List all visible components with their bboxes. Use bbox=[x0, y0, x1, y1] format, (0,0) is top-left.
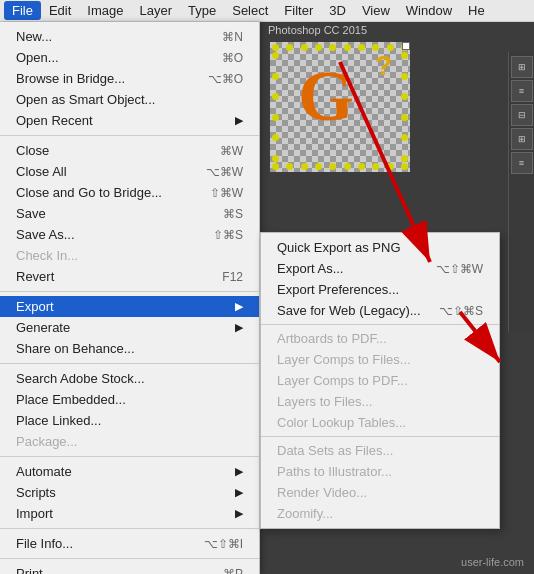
menubar-item-filter[interactable]: Filter bbox=[276, 1, 321, 20]
menu-item-new-shortcut: ⌘N bbox=[222, 30, 243, 44]
menubar-item-3d[interactable]: 3D bbox=[321, 1, 354, 20]
open-recent-arrow-icon: ▶ bbox=[235, 114, 243, 127]
submenu-item-export-as[interactable]: Export As... ⌥⇧⌘W bbox=[261, 258, 499, 279]
menu-item-search-adobe-stock-label: Search Adobe Stock... bbox=[16, 371, 145, 386]
watermark: user-life.com bbox=[461, 556, 524, 568]
tool-btn-1[interactable]: ⊞ bbox=[511, 56, 533, 78]
tool-btn-4[interactable]: ⊞ bbox=[511, 128, 533, 150]
menu-item-scripts[interactable]: Scripts ▶ bbox=[0, 482, 259, 503]
submenu-item-save-for-web[interactable]: Save for Web (Legacy)... ⌥⇧⌘S bbox=[261, 300, 499, 321]
menu-item-close-go-bridge-shortcut: ⇧⌘W bbox=[210, 186, 243, 200]
menu-item-save-as-label: Save As... bbox=[16, 227, 75, 242]
menu-item-file-info-shortcut: ⌥⇧⌘I bbox=[204, 537, 243, 551]
submenu-item-quick-export-png-label: Quick Export as PNG bbox=[277, 240, 401, 255]
submenu-item-data-sets-files: Data Sets as Files... bbox=[261, 440, 499, 461]
submenu-item-data-sets-files-label: Data Sets as Files... bbox=[277, 443, 393, 458]
menu-item-place-embedded-label: Place Embedded... bbox=[16, 392, 126, 407]
canvas-document: G ? bbox=[270, 42, 410, 172]
submenu-item-paths-illustrator: Paths to Illustrator... bbox=[261, 461, 499, 482]
export-arrow-icon: ▶ bbox=[235, 300, 243, 313]
submenu-item-paths-illustrator-label: Paths to Illustrator... bbox=[277, 464, 392, 479]
canvas-letter-g: G bbox=[298, 60, 354, 132]
menu-item-save-as[interactable]: Save As... ⇧⌘S bbox=[0, 224, 259, 245]
submenu-item-zoomify: Zoomify... bbox=[261, 503, 499, 524]
submenu-item-layer-comps-files: Layer Comps to Files... bbox=[261, 349, 499, 370]
submenu-separator-1 bbox=[261, 324, 499, 325]
menubar-item-view[interactable]: View bbox=[354, 1, 398, 20]
generate-arrow-icon: ▶ bbox=[235, 321, 243, 334]
menu-item-package: Package... bbox=[0, 431, 259, 452]
submenu-item-layers-to-files-label: Layers to Files... bbox=[277, 394, 372, 409]
menubar-item-edit[interactable]: Edit bbox=[41, 1, 79, 20]
menu-item-save-shortcut: ⌘S bbox=[223, 207, 243, 221]
submenu-item-artboards-pdf-label: Artboards to PDF... bbox=[277, 331, 387, 346]
main-area: New... ⌘N Open... ⌘O Browse in Bridge...… bbox=[0, 22, 534, 574]
submenu-item-color-lookup-tables: Color Lookup Tables... bbox=[261, 412, 499, 433]
menubar-item-type[interactable]: Type bbox=[180, 1, 224, 20]
menu-item-revert-shortcut: F12 bbox=[222, 270, 243, 284]
menu-item-revert-label: Revert bbox=[16, 269, 54, 284]
menubar-item-layer[interactable]: Layer bbox=[132, 1, 181, 20]
menu-item-open-recent[interactable]: Open Recent ▶ bbox=[0, 110, 259, 131]
tool-btn-3[interactable]: ⊟ bbox=[511, 104, 533, 126]
tool-btn-2[interactable]: ≡ bbox=[511, 80, 533, 102]
menu-item-close-shortcut: ⌘W bbox=[220, 144, 243, 158]
menu-item-export-label: Export bbox=[16, 299, 54, 314]
menu-section-1: New... ⌘N Open... ⌘O Browse in Bridge...… bbox=[0, 22, 259, 136]
menu-section-2: Close ⌘W Close All ⌥⌘W Close and Go to B… bbox=[0, 136, 259, 292]
menubar-item-image[interactable]: Image bbox=[79, 1, 131, 20]
menu-item-close[interactable]: Close ⌘W bbox=[0, 140, 259, 161]
import-arrow-icon: ▶ bbox=[235, 507, 243, 520]
submenu-item-render-video: Render Video... bbox=[261, 482, 499, 503]
menu-item-close-go-bridge[interactable]: Close and Go to Bridge... ⇧⌘W bbox=[0, 182, 259, 203]
submenu-item-export-preferences[interactable]: Export Preferences... bbox=[261, 279, 499, 300]
submenu-item-export-as-label: Export As... bbox=[277, 261, 343, 276]
menu-item-search-adobe-stock[interactable]: Search Adobe Stock... bbox=[0, 368, 259, 389]
submenu-item-save-for-web-label: Save for Web (Legacy)... bbox=[277, 303, 421, 318]
menubar-item-select[interactable]: Select bbox=[224, 1, 276, 20]
submenu-item-export-preferences-label: Export Preferences... bbox=[277, 282, 399, 297]
menu-item-new[interactable]: New... ⌘N bbox=[0, 26, 259, 47]
menu-item-place-embedded[interactable]: Place Embedded... bbox=[0, 389, 259, 410]
submenu-item-export-as-shortcut: ⌥⇧⌘W bbox=[436, 262, 483, 276]
menu-item-browse-bridge-shortcut: ⌥⌘O bbox=[208, 72, 243, 86]
menu-item-open-smart-object[interactable]: Open as Smart Object... bbox=[0, 89, 259, 110]
menu-item-check-in: Check In... bbox=[0, 245, 259, 266]
canvas-question-mark: ? bbox=[375, 50, 392, 82]
tool-btn-5[interactable]: ≡ bbox=[511, 152, 533, 174]
menu-section-6: File Info... ⌥⇧⌘I bbox=[0, 529, 259, 559]
menu-item-save[interactable]: Save ⌘S bbox=[0, 203, 259, 224]
menu-item-automate[interactable]: Automate ▶ bbox=[0, 461, 259, 482]
export-submenu: Quick Export as PNG Export As... ⌥⇧⌘W Ex… bbox=[260, 232, 500, 529]
menu-item-close-all[interactable]: Close All ⌥⌘W bbox=[0, 161, 259, 182]
menu-item-print-label: Print... bbox=[16, 566, 54, 574]
menu-item-import-label: Import bbox=[16, 506, 53, 521]
submenu-item-zoomify-label: Zoomify... bbox=[277, 506, 333, 521]
menubar-item-window[interactable]: Window bbox=[398, 1, 460, 20]
menu-item-open[interactable]: Open... ⌘O bbox=[0, 47, 259, 68]
menu-item-print[interactable]: Print... ⌘P bbox=[0, 563, 259, 574]
right-toolbar: ⊞ ≡ ⊟ ⊞ ≡ bbox=[508, 52, 534, 332]
menubar-item-file[interactable]: File bbox=[4, 1, 41, 20]
menu-item-open-label: Open... bbox=[16, 50, 59, 65]
submenu-separator-2 bbox=[261, 436, 499, 437]
submenu-item-quick-export-png[interactable]: Quick Export as PNG bbox=[261, 237, 499, 258]
menu-item-check-in-label: Check In... bbox=[16, 248, 78, 263]
menu-item-file-info[interactable]: File Info... ⌥⇧⌘I bbox=[0, 533, 259, 554]
menu-item-revert[interactable]: Revert F12 bbox=[0, 266, 259, 287]
menu-item-export[interactable]: Export ▶ bbox=[0, 296, 259, 317]
menu-item-generate[interactable]: Generate ▶ bbox=[0, 317, 259, 338]
menu-item-automate-label: Automate bbox=[16, 464, 72, 479]
menu-item-import[interactable]: Import ▶ bbox=[0, 503, 259, 524]
menu-item-browse-bridge-label: Browse in Bridge... bbox=[16, 71, 125, 86]
submenu-item-layer-comps-pdf: Layer Comps to PDF... bbox=[261, 370, 499, 391]
submenu-item-layer-comps-files-label: Layer Comps to Files... bbox=[277, 352, 411, 367]
menubar-item-help[interactable]: He bbox=[460, 1, 493, 20]
menu-item-package-label: Package... bbox=[16, 434, 77, 449]
menu-item-place-linked[interactable]: Place Linked... bbox=[0, 410, 259, 431]
menu-item-browse-bridge[interactable]: Browse in Bridge... ⌥⌘O bbox=[0, 68, 259, 89]
menu-item-close-all-label: Close All bbox=[16, 164, 67, 179]
menu-item-share-behance[interactable]: Share on Behance... bbox=[0, 338, 259, 359]
submenu-item-color-lookup-tables-label: Color Lookup Tables... bbox=[277, 415, 406, 430]
menu-item-open-smart-object-label: Open as Smart Object... bbox=[16, 92, 155, 107]
